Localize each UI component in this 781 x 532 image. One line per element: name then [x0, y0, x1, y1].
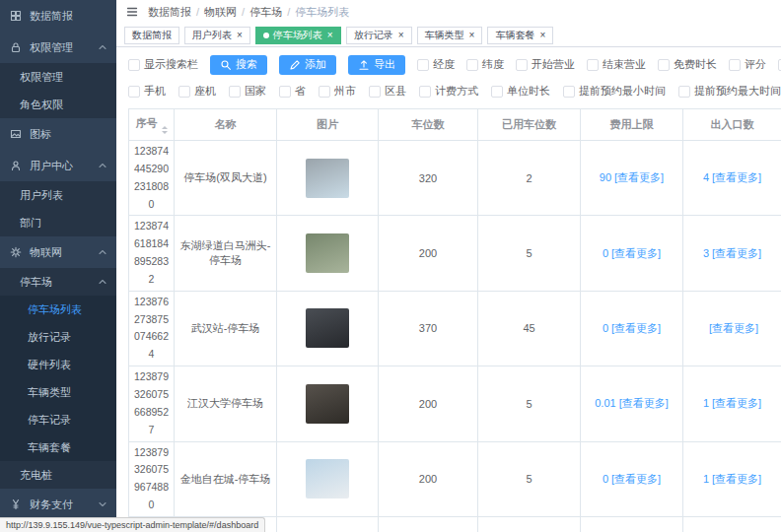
- checkbox-box[interactable]: [128, 86, 140, 98]
- gates-value: 3: [703, 247, 709, 259]
- checkbox-box[interactable]: [658, 59, 670, 71]
- checkbox-show-search-bar[interactable]: 显示搜索栏: [128, 57, 198, 72]
- tab-user-list[interactable]: 用户列表×: [184, 27, 250, 44]
- sidebar-item-user-center[interactable]: 用户中心: [0, 150, 116, 181]
- checkbox-province[interactable]: 省: [279, 84, 306, 99]
- building-thumbnail[interactable]: [306, 459, 349, 499]
- checkbox-box[interactable]: [279, 86, 291, 98]
- sort-caret-icon[interactable]: [162, 126, 168, 134]
- cell-image: [277, 441, 379, 516]
- tab-release-records[interactable]: 放行记录×: [346, 27, 412, 44]
- view-more-link[interactable]: [查看更多]: [611, 322, 661, 334]
- sidebar-item-icons[interactable]: 图标: [0, 118, 116, 150]
- tab-label: 数据简报: [132, 29, 172, 42]
- sidebar-item-iot[interactable]: 物联网: [0, 236, 116, 268]
- sidebar-item-vehicle-package[interactable]: 车辆套餐: [0, 433, 116, 461]
- checkbox-billing-method[interactable]: 计费方式: [419, 84, 478, 99]
- view-more-link[interactable]: [查看更多]: [712, 171, 761, 183]
- tab-label: 车辆套餐: [495, 29, 534, 42]
- street-scene-thumbnail[interactable]: [306, 159, 349, 198]
- checkbox-country[interactable]: 国家: [229, 84, 266, 99]
- sidebar-item-permission-mgmt[interactable]: 权限管理: [0, 63, 116, 91]
- sidebar-item-finance-payment[interactable]: 财务支付: [0, 489, 116, 520]
- sidebar-item-permission[interactable]: 权限管理: [0, 32, 116, 63]
- checkbox-closing-time[interactable]: 结束营业: [587, 57, 646, 72]
- breadcrumb-item[interactable]: 物联网: [204, 5, 237, 20]
- checkbox-box[interactable]: [563, 86, 575, 98]
- checkbox-opening-time[interactable]: 开始营业: [516, 57, 575, 72]
- checkbox-box[interactable]: [491, 86, 503, 98]
- checkbox-box[interactable]: [178, 86, 190, 98]
- export-button[interactable]: 导出: [348, 55, 405, 75]
- breadcrumb-item[interactable]: 停车场: [249, 5, 282, 20]
- hamburger-icon[interactable]: [126, 6, 138, 18]
- checkbox-box[interactable]: [417, 59, 429, 71]
- sidebar-item-parking-records[interactable]: 停车记录: [0, 406, 116, 433]
- checkbox-box[interactable]: [319, 86, 330, 98]
- checkbox-box[interactable]: [516, 59, 528, 71]
- checkbox-box[interactable]: [128, 59, 140, 71]
- sidebar-item-label: 充电桩: [20, 468, 52, 483]
- checkbox-max-advance-booking-time[interactable]: 提前预约最大时间: [678, 84, 781, 99]
- tab-parking-lot-list[interactable]: 停车场列表×: [255, 27, 341, 44]
- tab-vehicle-type[interactable]: 车辆类型×: [417, 27, 483, 44]
- close-tab-icon[interactable]: ×: [398, 31, 404, 40]
- sidebar-item-charging-pile[interactable]: 充电桩: [0, 461, 116, 489]
- checkbox-box[interactable]: [678, 86, 690, 98]
- sidebar-item-vehicle-type[interactable]: 车辆类型: [0, 378, 116, 406]
- sidebar-item-parking-lot[interactable]: 停车场: [0, 268, 116, 296]
- view-more-link[interactable]: [查看更多]: [712, 473, 761, 485]
- checkbox-box[interactable]: [466, 59, 478, 71]
- breadcrumb-item[interactable]: 数据简报: [148, 5, 191, 20]
- checkbox-box[interactable]: [587, 59, 599, 71]
- checkbox-label: 提前预约最小时间: [579, 84, 666, 99]
- checkbox-label: 国家: [245, 84, 266, 99]
- sidebar-item-parking-lot-list[interactable]: 停车场列表: [0, 296, 116, 323]
- close-tab-icon[interactable]: ×: [327, 31, 333, 40]
- close-tab-icon[interactable]: ×: [237, 31, 243, 40]
- checkbox-rating[interactable]: 评分: [729, 57, 766, 72]
- night-road-thumbnail[interactable]: [306, 384, 349, 424]
- aerial-parking-thumbnail[interactable]: [306, 308, 349, 348]
- sidebar: 数据简报权限管理权限管理角色权限图标用户中心用户列表部门物联网停车场停车场列表放…: [0, 0, 116, 532]
- parked-cars-thumbnail[interactable]: [306, 233, 349, 273]
- checkbox-district[interactable]: 区县: [369, 84, 406, 99]
- close-tab-icon[interactable]: ×: [469, 31, 475, 40]
- sidebar-item-department[interactable]: 部门: [0, 209, 116, 236]
- checkbox-unit-duration[interactable]: 单位时长: [491, 84, 550, 99]
- checkbox-label: 显示搜索栏: [144, 57, 198, 72]
- checkbox-box[interactable]: [229, 86, 241, 98]
- checkbox-mobile[interactable]: 手机: [128, 84, 166, 99]
- view-more-link[interactable]: [查看更多]: [611, 247, 661, 259]
- sidebar-item-user-list[interactable]: 用户列表: [0, 181, 116, 209]
- active-tab-dot: [263, 33, 269, 38]
- view-more-link[interactable]: [查看更多]: [709, 322, 758, 334]
- view-more-link[interactable]: [查看更多]: [611, 473, 661, 485]
- table-header: 序号名称图片车位数已用车位数费用上限出入口数: [129, 109, 781, 141]
- checkbox-city[interactable]: 州市: [319, 84, 356, 99]
- checkbox-free-duration[interactable]: 免费时长: [658, 57, 717, 72]
- checkbox-box[interactable]: [369, 86, 381, 98]
- tab-vehicle-package[interactable]: 车辆套餐×: [487, 27, 553, 44]
- checkbox-label: 免费时长: [674, 57, 717, 72]
- add-button[interactable]: 添加: [279, 55, 336, 75]
- sidebar-item-hardware-list[interactable]: 硬件列表: [0, 351, 116, 378]
- view-more-link[interactable]: [查看更多]: [712, 397, 761, 409]
- checkbox-box[interactable]: [729, 59, 741, 71]
- checkbox-longitude[interactable]: 经度: [417, 57, 455, 72]
- view-more-link[interactable]: [查看更多]: [614, 171, 664, 183]
- checkbox-min-advance-booking-time[interactable]: 提前预约最小时间: [563, 84, 666, 99]
- view-more-link[interactable]: [查看更多]: [619, 397, 669, 409]
- sidebar-item-role-permission[interactable]: 角色权限: [0, 91, 116, 118]
- checkbox-box[interactable]: [419, 86, 431, 98]
- search-button[interactable]: 搜索: [210, 55, 267, 75]
- checkbox-latitude[interactable]: 纬度: [466, 57, 504, 72]
- column-header-serial[interactable]: 序号: [129, 109, 175, 141]
- image-icon: [10, 128, 22, 140]
- checkbox-landline[interactable]: 座机: [178, 84, 216, 99]
- tab-dashboard[interactable]: 数据简报: [124, 27, 179, 44]
- close-tab-icon[interactable]: ×: [539, 31, 545, 40]
- view-more-link[interactable]: [查看更多]: [712, 247, 761, 259]
- sidebar-item-dashboard[interactable]: 数据简报: [0, 0, 116, 32]
- sidebar-item-release-records[interactable]: 放行记录: [0, 323, 116, 351]
